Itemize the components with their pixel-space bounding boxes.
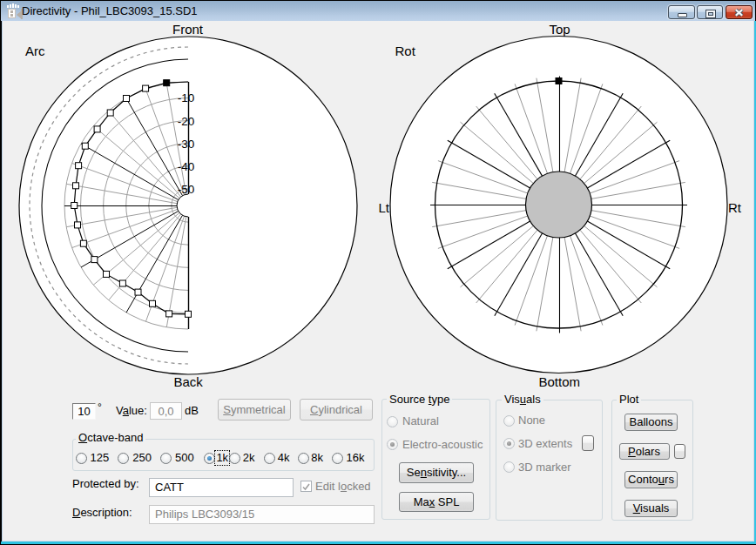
svg-text:-20: -20: [178, 115, 195, 128]
svg-text:-30: -30: [178, 138, 195, 151]
svg-text:-50: -50: [178, 183, 195, 196]
svg-text:-10: -10: [178, 91, 195, 104]
svg-text:-40: -40: [178, 160, 195, 173]
